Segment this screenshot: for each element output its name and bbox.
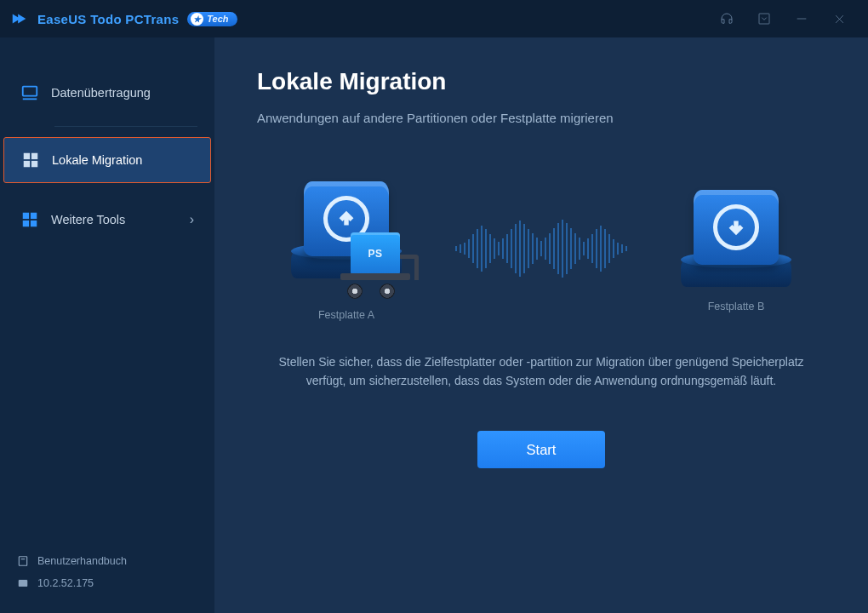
svg-rect-16 — [19, 580, 28, 587]
page-title: Lokale Migration — [257, 68, 825, 95]
edition-label: Tech — [207, 14, 228, 24]
sidebar-item-label: Lokale Migration — [52, 153, 142, 167]
user-manual-link[interactable]: Benutzerhandbuch — [17, 550, 197, 572]
sidebar-item-more-tools[interactable]: Weitere Tools › — [3, 197, 211, 243]
sidebar-item-local-migration[interactable]: Lokale Migration — [3, 137, 211, 183]
grid-icon — [21, 151, 40, 169]
svg-rect-12 — [23, 221, 29, 226]
sidebar-item-label: Weitere Tools — [51, 213, 125, 226]
svg-rect-7 — [31, 153, 37, 159]
app-logo-group: EaseUS Todo PCTrans ★ Tech — [10, 9, 237, 28]
sidebar-item-label: Datenübertragung — [51, 86, 151, 100]
content-area: Lokale Migration Anwendungen auf andere … — [214, 37, 868, 613]
sidebar-divider — [54, 126, 197, 127]
ip-value: 10.2.52.175 — [37, 577, 94, 589]
app-title: EaseUS Todo PCTrans — [37, 12, 179, 26]
disk-a: PS Festplatte A — [257, 176, 436, 321]
app-logo-icon — [10, 9, 29, 28]
sidebar: Datenübertragung Lokale Migration Weiter… — [0, 37, 214, 613]
monitor-icon — [20, 83, 39, 102]
apps-icon — [20, 210, 39, 229]
svg-rect-14 — [19, 557, 26, 566]
download-icon — [713, 204, 759, 250]
ip-icon — [17, 577, 29, 589]
sidebar-item-transfer[interactable]: Datenübertragung — [3, 70, 211, 116]
illustration: PS Festplatte A — [257, 176, 825, 321]
svg-rect-8 — [24, 161, 30, 167]
svg-rect-11 — [31, 213, 37, 219]
svg-rect-10 — [23, 213, 29, 219]
menu-dropdown-icon[interactable] — [745, 0, 783, 37]
ip-row: 10.2.52.175 — [17, 572, 197, 594]
waveform-icon — [410, 215, 672, 283]
page-subtitle: Anwendungen auf andere Partitionen oder … — [257, 111, 825, 125]
star-icon: ★ — [191, 13, 203, 26]
svg-rect-4 — [23, 87, 37, 96]
minimize-button[interactable] — [783, 0, 820, 37]
hint-text: Stellen Sie sicher, dass die Zielfestpla… — [269, 353, 814, 390]
start-button[interactable]: Start — [477, 431, 605, 468]
title-bar: EaseUS Todo PCTrans ★ Tech — [0, 0, 868, 37]
svg-rect-6 — [24, 153, 30, 159]
cart-icon: PS — [340, 232, 417, 299]
book-icon — [17, 555, 29, 567]
disk-b-label: Festplatte B — [708, 301, 765, 312]
close-button[interactable] — [820, 0, 858, 37]
svg-rect-0 — [759, 14, 769, 24]
svg-rect-9 — [31, 161, 37, 167]
cart-label: PS — [368, 248, 382, 260]
user-manual-label: Benutzerhandbuch — [37, 555, 127, 567]
support-icon[interactable] — [708, 0, 745, 37]
disk-b: Festplatte B — [647, 185, 825, 312]
edition-badge: ★ Tech — [187, 12, 237, 26]
chevron-right-icon: › — [190, 212, 194, 227]
disk-a-label: Festplatte A — [318, 309, 374, 321]
svg-rect-13 — [31, 221, 37, 226]
